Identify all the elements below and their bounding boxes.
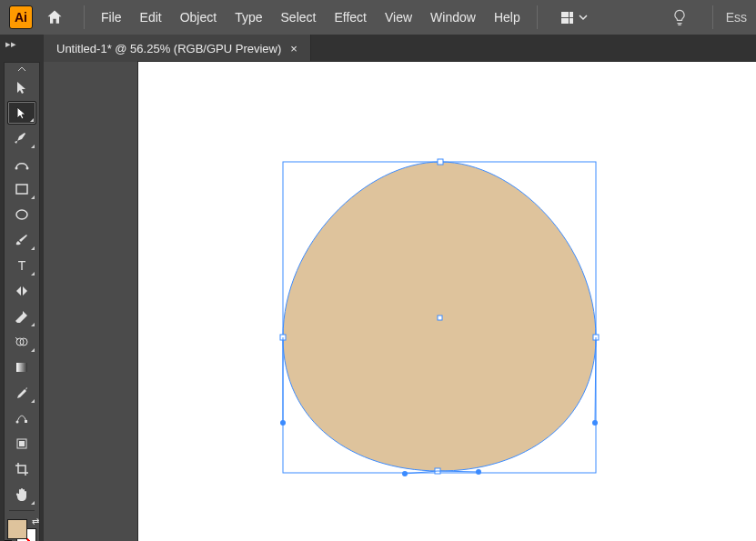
menu-effect[interactable]: Effect	[325, 6, 376, 28]
swap-fill-stroke-icon[interactable]: ⇄	[32, 516, 39, 526]
svg-rect-11	[19, 441, 25, 446]
home-icon[interactable]	[45, 8, 64, 26]
document-tab-title: Untitled-1* @ 56.25% (RGB/GPU Preview)	[56, 42, 281, 55]
svg-rect-7	[16, 363, 27, 372]
handle-line	[438, 471, 479, 472]
curvature-tool[interactable]	[7, 152, 36, 175]
svg-point-1	[26, 167, 29, 170]
eyedropper-tool[interactable]	[7, 381, 36, 405]
separator	[537, 5, 538, 29]
handle-point[interactable]	[476, 469, 481, 475]
anchor-top[interactable]	[438, 159, 443, 165]
workspace-name-truncated[interactable]: Ess	[721, 10, 752, 25]
handle-point[interactable]	[402, 471, 408, 476]
type-tool[interactable]: T	[7, 254, 36, 277]
svg-text:T: T	[18, 258, 26, 273]
blend-tool[interactable]	[7, 406, 36, 430]
svg-point-0	[15, 167, 18, 170]
ellipse-tool[interactable]	[7, 203, 36, 226]
chevron-down-icon	[579, 13, 588, 22]
gradient-tool[interactable]	[7, 356, 36, 379]
separator	[712, 5, 713, 29]
svg-point-3	[16, 210, 27, 219]
artboard-tool[interactable]	[7, 432, 36, 456]
svg-rect-2	[16, 185, 27, 194]
fill-swatch[interactable]	[7, 519, 27, 539]
workspace-switcher[interactable]	[554, 8, 595, 27]
menu-file[interactable]: File	[92, 6, 131, 28]
lightbulb-icon[interactable]	[670, 8, 689, 26]
close-icon[interactable]: ×	[290, 42, 297, 55]
eraser-tool[interactable]	[7, 305, 36, 328]
shape-builder-tool[interactable]	[7, 330, 36, 354]
document-tab[interactable]: Untitled-1* @ 56.25% (RGB/GPU Preview) ×	[44, 35, 311, 62]
canvas-area[interactable]	[44, 62, 756, 541]
app-logo: Ai	[9, 5, 33, 29]
menu-object[interactable]: Object	[171, 6, 226, 28]
menu-help[interactable]: Help	[485, 6, 529, 28]
document-tab-strip: Untitled-1* @ 56.25% (RGB/GPU Preview) ×	[44, 35, 311, 62]
menu-type[interactable]: Type	[226, 6, 271, 28]
direct-selection-tool[interactable]	[7, 101, 36, 125]
rectangle-tool[interactable]	[7, 177, 36, 201]
expand-panels-icon[interactable]: ▸▸	[5, 38, 16, 50]
artboard[interactable]	[138, 62, 756, 541]
menu-bar: Ai File Edit Object Type Select Effect V…	[0, 0, 756, 35]
handle-point[interactable]	[280, 420, 286, 426]
svg-point-8	[16, 421, 19, 424]
crop-tool[interactable]	[7, 457, 36, 481]
collapse-panel-icon[interactable]	[17, 65, 26, 73]
pen-tool[interactable]	[7, 126, 36, 150]
tools-panel: T ⇄	[4, 62, 40, 541]
reflect-tool[interactable]	[7, 279, 36, 303]
menu-window[interactable]: Window	[421, 6, 485, 28]
artwork-svg	[138, 62, 756, 541]
paintbrush-tool[interactable]	[7, 228, 36, 252]
selection-center-point	[438, 316, 442, 320]
separator	[84, 5, 85, 29]
menu-edit[interactable]: Edit	[131, 6, 171, 28]
handle-point[interactable]	[592, 420, 598, 426]
menu-select[interactable]: Select	[272, 6, 326, 28]
fill-stroke-swatch[interactable]: ⇄	[5, 517, 38, 541]
selection-tool[interactable]	[7, 75, 36, 99]
hand-tool[interactable]	[7, 483, 36, 506]
workspace-icon	[561, 12, 573, 24]
svg-rect-9	[25, 420, 27, 423]
menu-view[interactable]: View	[376, 6, 421, 28]
